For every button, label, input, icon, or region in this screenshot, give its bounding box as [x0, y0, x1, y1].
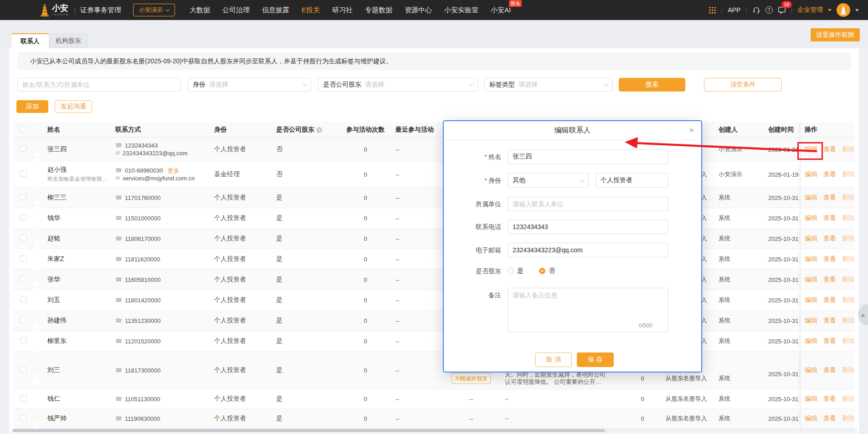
nav-item-公司治理[interactable]: 公司治理 [222, 6, 250, 15]
row-checkbox[interactable] [20, 214, 26, 222]
edit-link[interactable]: 编辑 [805, 170, 817, 179]
delete-link[interactable]: 删除 [842, 276, 855, 284]
edit-link[interactable]: 编辑 [805, 337, 817, 345]
edit-link[interactable]: 编辑 [805, 395, 817, 403]
nav-item-信息披露[interactable]: 信息披露 [262, 6, 289, 15]
checkbox[interactable] [20, 126, 26, 132]
nav-item-E投关[interactable]: E投关 [302, 6, 320, 15]
row-checkbox[interactable] [20, 415, 26, 423]
collapse-panel-toggle[interactable]: « [858, 304, 868, 325]
nav-item-小安实验室[interactable]: 小安实验室 [444, 6, 478, 15]
view-link[interactable]: 查看 [823, 235, 836, 243]
view-link[interactable]: 查看 [823, 317, 836, 325]
edit-link[interactable]: 编辑 [805, 235, 817, 243]
delete-link[interactable]: 删除 [842, 296, 855, 304]
view-link[interactable]: 查看 [823, 170, 836, 179]
edit-link[interactable]: 编辑 [805, 296, 817, 304]
nav-item-专题数据[interactable]: 专题数据 [365, 6, 392, 15]
checkbox[interactable] [20, 317, 26, 323]
edit-link[interactable]: 编辑 [805, 414, 817, 423]
enterprise-menu[interactable]: 企业管理 [797, 6, 823, 14]
identity-extra-field[interactable] [596, 173, 668, 188]
app-link[interactable]: APP [728, 6, 740, 14]
company-shareholder-filter-select[interactable]: 是否公司股东 请选择 [318, 78, 478, 92]
row-checkbox[interactable] [20, 194, 26, 202]
view-link[interactable]: 查看 [823, 296, 836, 304]
edit-link[interactable]: 编辑 [805, 214, 817, 222]
checkbox[interactable] [20, 146, 26, 152]
checkbox[interactable] [20, 367, 26, 373]
view-link[interactable]: 查看 [823, 337, 836, 345]
view-link[interactable]: 查看 [823, 214, 836, 222]
scrollbar-thumb[interactable] [13, 429, 605, 432]
set-permissions-button[interactable]: 设置操作权限 [811, 28, 860, 41]
messages-icon[interactable]: 38 [778, 6, 786, 14]
row-checkbox[interactable] [20, 276, 26, 284]
delete-link[interactable]: 删除 [842, 214, 855, 222]
nav-item-大数据[interactable]: 大数据 [190, 6, 210, 15]
checkbox[interactable] [20, 337, 26, 344]
name-field[interactable] [508, 149, 668, 164]
view-link[interactable]: 查看 [823, 145, 836, 153]
nav-item-小安AI[interactable]: 小安AI限免 [491, 6, 511, 15]
row-checkbox[interactable] [20, 171, 26, 179]
delete-link[interactable]: 删除 [842, 145, 855, 153]
view-link[interactable]: 查看 [823, 276, 836, 284]
checkbox[interactable] [20, 194, 26, 200]
delete-link[interactable]: 删除 [842, 194, 855, 202]
clear-filters-button[interactable]: 清空条件 [704, 78, 782, 92]
edit-link[interactable]: 编辑 [805, 317, 817, 325]
search-button[interactable]: 搜索 [619, 78, 685, 92]
edit-link[interactable]: 编辑 [805, 194, 817, 202]
select-all-checkbox[interactable] [20, 126, 26, 133]
delete-link[interactable]: 删除 [842, 255, 855, 263]
row-checkbox[interactable] [20, 235, 26, 243]
row-checkbox[interactable] [20, 337, 26, 345]
row-checkbox[interactable] [20, 255, 26, 263]
checkbox[interactable] [20, 415, 26, 421]
edit-link[interactable]: 编辑 [805, 145, 817, 153]
tab-contacts[interactable]: 联系人 [11, 33, 49, 48]
add-contact-button[interactable]: 添加 [16, 100, 48, 113]
checkbox[interactable] [20, 235, 26, 241]
email-field[interactable] [508, 243, 668, 257]
help-icon[interactable]: ? [765, 6, 773, 14]
edit-link[interactable]: 编辑 [805, 366, 817, 374]
keyword-search-input[interactable] [17, 78, 181, 92]
view-link[interactable]: 查看 [823, 255, 836, 263]
checkbox[interactable] [20, 395, 26, 402]
row-checkbox[interactable] [20, 146, 26, 153]
view-link[interactable]: 查看 [823, 366, 836, 374]
view-link[interactable]: 查看 [823, 414, 836, 423]
close-icon[interactable]: × [689, 126, 694, 135]
checkbox[interactable] [20, 255, 26, 262]
checkbox[interactable] [20, 296, 26, 303]
save-button[interactable]: 保 存 [577, 352, 614, 367]
tag-type-filter-select[interactable]: 标签类型 请选择 [484, 78, 613, 92]
nav-item-研习社[interactable]: 研习社 [332, 6, 353, 15]
radio-no[interactable]: 否 [539, 267, 555, 275]
more-link[interactable]: 更多 [168, 167, 180, 174]
identity-filter-select[interactable]: 身份 请选择 [188, 78, 311, 92]
headset-icon[interactable] [752, 6, 760, 14]
tab-institutional-shareholders[interactable]: 机构股东 [49, 33, 87, 48]
row-checkbox[interactable] [20, 395, 26, 403]
cancel-button[interactable]: 取 消 [535, 352, 572, 367]
delete-link[interactable]: 删除 [842, 170, 855, 179]
checkbox[interactable] [20, 214, 26, 221]
delete-link[interactable]: 删除 [842, 235, 855, 243]
row-checkbox[interactable] [20, 296, 26, 304]
delete-link[interactable]: 删除 [842, 337, 855, 345]
row-checkbox[interactable] [20, 317, 26, 325]
checkbox[interactable] [20, 171, 26, 177]
view-link[interactable]: 查看 [823, 395, 836, 403]
delete-link[interactable]: 删除 [842, 395, 855, 403]
phone-field[interactable] [508, 220, 668, 234]
delete-link[interactable]: 删除 [842, 317, 855, 325]
row-checkbox[interactable] [20, 367, 26, 374]
edit-link[interactable]: 编辑 [805, 255, 817, 263]
radio-yes[interactable]: 是 [508, 267, 524, 275]
start-communication-button[interactable]: 发起沟通 [55, 100, 92, 113]
view-link[interactable]: 查看 [823, 194, 836, 202]
org-selector[interactable]: 小安演示 [133, 4, 175, 16]
